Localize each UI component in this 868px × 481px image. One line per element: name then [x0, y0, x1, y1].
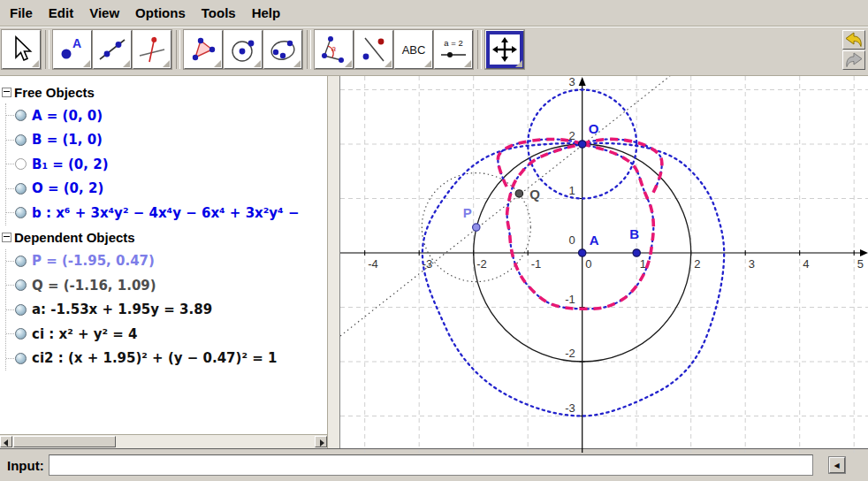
point-Q[interactable]: [515, 190, 522, 197]
line-tool-button[interactable]: [93, 30, 132, 69]
algebra-item[interactable]: O = (0, 2): [6, 177, 327, 202]
menu-item-file[interactable]: File: [2, 3, 41, 23]
algebra-item[interactable]: A = (0, 0): [6, 103, 327, 128]
x-axis-tick-label: 2: [694, 257, 700, 271]
algebra-item-text: P = (-1.95, 0.47): [32, 253, 155, 269]
move-graphics-view-icon: [491, 36, 518, 63]
visibility-marble-icon[interactable]: [15, 328, 27, 340]
line-a[interactable]: [340, 76, 670, 336]
algebra-item-text: B₁ = (0, 2): [32, 157, 109, 172]
visibility-marble-icon[interactable]: [15, 279, 27, 291]
visibility-marble-icon[interactable]: [15, 353, 27, 364]
algebra-section-title: Free Objects: [14, 85, 95, 100]
collapse-toggle-icon[interactable]: [2, 233, 11, 242]
y-axis-tick-label: 0: [568, 233, 575, 247]
point-P[interactable]: [473, 224, 480, 231]
x-axis-tick-label: 5: [857, 257, 864, 271]
scroll-left-button[interactable]: [0, 436, 12, 447]
visibility-marble-icon[interactable]: [15, 110, 27, 121]
geogebra-window: FileEditViewOptionsToolsHelp A: [0, 0, 868, 481]
menu-item-help[interactable]: Help: [244, 3, 289, 23]
visibility-marble-icon[interactable]: [15, 256, 27, 267]
perpendicular-line-tool-button[interactable]: [133, 30, 171, 69]
point-O[interactable]: [579, 141, 586, 148]
point-tool-button[interactable]: A: [53, 30, 92, 69]
algebra-item[interactable]: a: -1.53x + 1.95y = 3.89: [6, 298, 327, 323]
grid: [340, 76, 868, 453]
algebra-vertical-scrollbar[interactable]: [327, 76, 340, 448]
input-help-button[interactable]: ◀: [829, 457, 845, 473]
svg-text:a = 2: a = 2: [444, 38, 462, 48]
x-axis-tick-label: 4: [803, 257, 809, 271]
point-B[interactable]: [633, 249, 640, 256]
menu-item-edit[interactable]: Edit: [41, 3, 81, 23]
curve-b-middle-oval[interactable]: [498, 139, 662, 309]
collapse-toggle-icon[interactable]: [2, 88, 11, 97]
perpendicular-line-icon: [137, 34, 167, 65]
tree-connector: [6, 115, 14, 116]
algebra-horizontal-scrollbar[interactable]: [0, 434, 327, 448]
move-graphics-view-tool-button[interactable]: [485, 30, 524, 69]
algebra-item-text: O = (0, 2): [32, 180, 103, 196]
right-arrow-icon: [320, 439, 324, 447]
point-label-P: P: [463, 205, 472, 220]
point-label-A: A: [590, 233, 599, 248]
menu-item-options[interactable]: Options: [127, 3, 194, 23]
menu-item-view[interactable]: View: [81, 3, 127, 23]
algebra-item[interactable]: ci2 : (x + 1.95)² + (y − 0.47)² = 1: [6, 347, 327, 371]
undo-button[interactable]: [842, 30, 865, 50]
visibility-marble-icon[interactable]: [15, 304, 27, 316]
algebra-item-text: A = (0, 0): [32, 108, 103, 124]
slider-tool-button[interactable]: a = 2: [434, 30, 473, 69]
tree-connector: [6, 188, 14, 189]
tree-connector: [6, 164, 14, 164]
command-input[interactable]: [49, 454, 813, 476]
y-axis-tick-label: 1: [568, 184, 575, 197]
scrollbar-thumb[interactable]: [13, 436, 116, 447]
scroll-right-button[interactable]: [315, 436, 327, 447]
point-A[interactable]: [579, 249, 586, 256]
history-buttons: [842, 30, 865, 71]
menu-item-tools[interactable]: Tools: [194, 3, 244, 23]
slider-icon: a = 2: [438, 34, 468, 65]
y-axis-tick-label: -3: [565, 401, 575, 415]
algebra-item[interactable]: B₁ = (0, 2): [6, 152, 327, 177]
algebra-item[interactable]: Q = (-1.16, 1.09): [6, 273, 327, 298]
toolbar-separator: [176, 30, 180, 69]
tree-connector: [6, 285, 14, 286]
reflect-tool-button[interactable]: [354, 30, 393, 69]
tree-connector: [6, 261, 14, 262]
algebra-item[interactable]: b : x⁶ + 3x⁴y² − 4x⁴y − 6x⁴ + 3x²y⁴ −: [6, 201, 327, 225]
svg-text:ABC: ABC: [402, 43, 426, 57]
point-label-Q: Q: [529, 187, 540, 202]
algebra-item-text: b : x⁶ + 3x⁴y² − 4x⁴y − 6x⁴ + 3x²y⁴ −: [32, 205, 299, 221]
algebra-item-text: ci2 : (x + 1.95)² + (y − 0.47)² = 1: [32, 350, 277, 366]
algebra-item[interactable]: B = (1, 0): [6, 128, 327, 153]
circle-tool-button[interactable]: [224, 30, 263, 69]
conic-five-points-icon: [268, 34, 298, 65]
redo-button[interactable]: [842, 50, 865, 70]
algebra-item-text: B = (1, 0): [32, 132, 103, 148]
polygon-icon: [188, 34, 218, 65]
visibility-marble-icon[interactable]: [15, 207, 27, 218]
move-tool-button[interactable]: [2, 30, 41, 69]
algebra-item[interactable]: ci : x² + y² = 4: [6, 322, 327, 347]
insert-text-icon: ABC: [399, 34, 429, 65]
angle-tool-button[interactable]: a: [315, 30, 354, 69]
undo-icon: [844, 32, 864, 48]
polygon-tool-button[interactable]: [184, 30, 223, 69]
toolbar-separator: [45, 30, 49, 69]
input-help-icon: ◀: [834, 462, 840, 470]
visibility-marble-hidden-icon[interactable]: [15, 158, 27, 170]
algebra-section-header: Free Objects: [0, 80, 327, 103]
tree-connector: [6, 140, 14, 141]
text-tool-button[interactable]: ABC: [394, 30, 433, 69]
visibility-marble-icon[interactable]: [15, 183, 27, 195]
x-axis-tick-label: 0: [585, 257, 591, 271]
graphics-view[interactable]: -4-3-2-10123453210-1-2-3 ABOPQ: [340, 76, 868, 448]
algebra-item[interactable]: P = (-1.95, 0.47): [6, 249, 327, 274]
algebra-item-text: a: -1.53x + 1.95y = 3.89: [32, 302, 212, 317]
conic-tool-button[interactable]: [263, 30, 302, 69]
y-axis-tick-label: 3: [568, 76, 575, 88]
visibility-marble-icon[interactable]: [15, 134, 27, 146]
